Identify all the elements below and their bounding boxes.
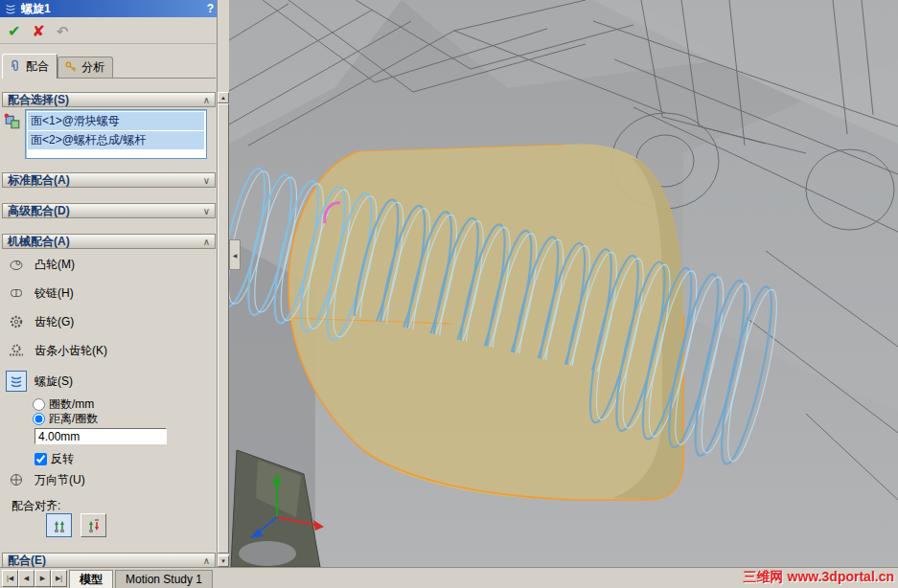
section-mate-selections-label: 配合选择(S) [8, 92, 69, 108]
selected-face-2[interactable]: 面<2>@螺杆总成/螺杆 [28, 131, 204, 149]
section-mechanical-mates[interactable]: 机械配合(A) ∧ [2, 234, 216, 249]
hinge-label: 铰链(H) [35, 285, 74, 302]
tab-motion-study-1[interactable]: Motion Study 1 [115, 570, 213, 588]
graphics-area[interactable] [229, 0, 898, 567]
mate-type-universal-joint[interactable]: 万向节(U) [6, 468, 85, 491]
chevron-up-icon: ∧ [203, 95, 210, 105]
screw-label: 螺旋(S) [35, 373, 73, 390]
panel-scrollbar[interactable]: ▲ ▼ [218, 92, 229, 567]
keys-icon [64, 60, 78, 74]
section-advanced-mates[interactable]: 高级配合(D) ∨ [2, 203, 216, 218]
radio-distance-input[interactable] [33, 413, 45, 425]
mate-alignment-label: 配合对齐: [12, 498, 60, 514]
ok-button[interactable]: ✔ [8, 24, 20, 39]
cam-icon [6, 254, 27, 275]
selected-face-1[interactable]: 面<1>@滑块螺母 [28, 112, 204, 130]
radio-distance-per-rev[interactable]: 距离/圈数 [33, 412, 98, 425]
mate-selection-icon [4, 113, 21, 133]
chevron-up-icon: ∧ [203, 237, 210, 247]
3d-viewport[interactable] [229, 0, 898, 567]
scrollbar-up-button[interactable]: ▲ [218, 92, 229, 103]
tab-analysis[interactable]: 分析 [58, 57, 113, 78]
chevron-up-icon: ∧ [203, 555, 210, 566]
radio-distance-label: 距离/圈数 [49, 411, 98, 427]
undo-button[interactable]: ↶ [57, 24, 69, 38]
tab-analysis-label: 分析 [81, 59, 104, 76]
motion-manager-bar: |◀ ◀ ▶ ▶| 模型 Motion Study 1 三维网 www.3dpo… [0, 567, 898, 588]
section-mates-label: 配合(E) [8, 553, 46, 568]
panel-tabs: 配合 分析 [2, 52, 216, 79]
property-manager-panel: 螺旋1 ? ✔ ✘ ↶ 配合 分析 配合选择(S) ∧ [0, 0, 218, 567]
reverse-label: 反转 [51, 451, 74, 467]
chevron-down-icon: ∨ [203, 175, 210, 186]
mate-type-gear[interactable]: 齿轮(G) [6, 310, 74, 333]
radio-revolutions-input[interactable] [33, 398, 45, 411]
panel-toolbar: ✔ ✘ ↶ [0, 19, 218, 44]
mate-selection-listbox[interactable]: 面<1>@滑块螺母 面<2>@螺杆总成/螺杆 [25, 109, 207, 159]
mate-type-screw[interactable]: 螺旋(S) [6, 370, 73, 393]
nav-next-button[interactable]: ▶ [35, 570, 51, 587]
nav-last-button[interactable]: ▶| [51, 570, 67, 587]
radio-revolutions-per-mm[interactable]: 圈数/mm [33, 397, 94, 411]
panel-title: 螺旋1 [21, 1, 51, 17]
tab-model[interactable]: 模型 [69, 570, 113, 588]
gear-icon [6, 311, 27, 332]
tab-mate[interactable]: 配合 [2, 54, 58, 79]
watermark-text: 三维网 www.3dportal.cn [744, 569, 894, 586]
tab-mate-label: 配合 [26, 58, 49, 75]
rack-pinion-icon [6, 340, 27, 361]
cancel-button[interactable]: ✘ [32, 24, 44, 39]
anti-aligned-icon [86, 518, 102, 533]
panel-titlebar: 螺旋1 ? [0, 0, 218, 17]
paperclip-icon [9, 59, 22, 73]
universal-joint-icon [6, 469, 27, 490]
section-mechanical-mates-label: 机械配合(A) [8, 234, 70, 250]
screw-mate-icon [4, 2, 17, 15]
scrollbar-down-button[interactable]: ▼ [218, 555, 229, 567]
section-standard-mates-label: 标准配合(A) [8, 172, 70, 189]
help-button[interactable]: ? [207, 2, 214, 15]
mate-type-rack-pinion[interactable]: 齿条小齿轮(K) [6, 339, 107, 362]
cam-label: 凸轮(M) [35, 257, 75, 273]
nav-prev-button[interactable]: ◀ [18, 570, 35, 587]
hinge-icon [6, 283, 27, 304]
aligned-button[interactable] [46, 513, 72, 537]
aligned-icon [52, 518, 67, 533]
anti-aligned-button[interactable] [81, 513, 106, 537]
scrollbar-thumb[interactable] [218, 103, 229, 554]
section-advanced-mates-label: 高级配合(D) [8, 203, 70, 219]
section-mate-selections[interactable]: 配合选择(S) ∧ [2, 92, 216, 107]
chevron-down-icon: ∨ [203, 206, 210, 216]
gear-label: 齿轮(G) [35, 314, 74, 330]
rack-pinion-label: 齿条小齿轮(K) [35, 343, 107, 359]
reverse-checkbox[interactable] [35, 453, 47, 465]
panel-collapse-tab[interactable]: ◀ [229, 239, 241, 270]
section-standard-mates[interactable]: 标准配合(A) ∨ [2, 172, 216, 188]
screw-icon [6, 371, 27, 392]
distance-value-input[interactable] [35, 428, 167, 444]
mate-type-cam[interactable]: 凸轮(M) [6, 253, 75, 276]
section-mates[interactable]: 配合(E) ∧ [2, 553, 216, 567]
mate-type-hinge[interactable]: 铰链(H) [6, 282, 74, 305]
reverse-checkbox-row[interactable]: 反转 [35, 452, 74, 466]
universal-joint-label: 万向节(U) [35, 472, 85, 488]
nav-first-button[interactable]: |◀ [2, 570, 18, 587]
